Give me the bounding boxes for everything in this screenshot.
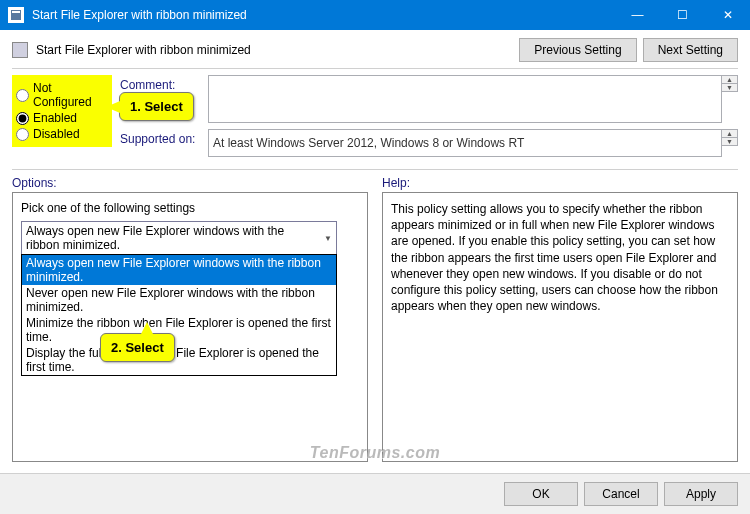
- comment-input[interactable]: [208, 75, 722, 123]
- options-dropdown: Always open new File Explorer windows wi…: [21, 254, 337, 376]
- radio-enabled-input[interactable]: [16, 112, 29, 125]
- help-text: This policy setting allows you to specif…: [391, 201, 729, 314]
- divider-2: [12, 169, 738, 170]
- radio-enabled[interactable]: Enabled: [16, 111, 108, 125]
- supported-value: At least Windows Server 2012, Windows 8 …: [208, 129, 722, 157]
- callout-1: 1. Select: [119, 92, 194, 121]
- radio-disabled[interactable]: Disabled: [16, 127, 108, 141]
- svg-rect-1: [12, 11, 20, 13]
- dropdown-item[interactable]: Display the full ribbon when File Explor…: [22, 345, 336, 375]
- minimize-button[interactable]: —: [615, 0, 660, 30]
- radio-not-configured[interactable]: Not Configured: [16, 81, 108, 109]
- close-button[interactable]: ✕: [705, 0, 750, 30]
- cancel-button[interactable]: Cancel: [584, 482, 658, 506]
- policy-icon: [12, 42, 28, 58]
- divider: [12, 68, 738, 69]
- supported-scroll[interactable]: ▲▼: [722, 129, 738, 146]
- chevron-down-icon: ▼: [321, 223, 335, 253]
- comment-scroll[interactable]: ▲▼: [722, 75, 738, 92]
- next-setting-button[interactable]: Next Setting: [643, 38, 738, 62]
- supported-label: Supported on:: [120, 129, 208, 146]
- policy-icon-small: [8, 7, 24, 23]
- ok-button[interactable]: OK: [504, 482, 578, 506]
- help-panel: This policy setting allows you to specif…: [382, 192, 738, 462]
- apply-button[interactable]: Apply: [664, 482, 738, 506]
- policy-title: Start File Explorer with ribbon minimize…: [36, 43, 251, 57]
- footer: OK Cancel Apply: [0, 473, 750, 514]
- dropdown-item[interactable]: Never open new File Explorer windows wit…: [22, 285, 336, 315]
- options-label: Options:: [12, 176, 368, 190]
- options-select[interactable]: Always open new File Explorer windows wi…: [21, 221, 337, 255]
- titlebar: Start File Explorer with ribbon minimize…: [0, 0, 750, 30]
- radio-disabled-input[interactable]: [16, 128, 29, 141]
- radio-not-configured-input[interactable]: [16, 89, 29, 102]
- options-panel: Pick one of the following settings Alway…: [12, 192, 368, 462]
- comment-label: Comment:: [120, 75, 208, 92]
- dropdown-item[interactable]: Minimize the ribbon when File Explorer i…: [22, 315, 336, 345]
- previous-setting-button[interactable]: Previous Setting: [519, 38, 636, 62]
- help-label: Help:: [382, 176, 738, 190]
- callout-2: 2. Select: [100, 333, 175, 362]
- maximize-button[interactable]: ☐: [660, 0, 705, 30]
- dropdown-item[interactable]: Always open new File Explorer windows wi…: [22, 255, 336, 285]
- window-title: Start File Explorer with ribbon minimize…: [32, 8, 615, 22]
- options-prompt: Pick one of the following settings: [21, 201, 359, 215]
- radio-group: Not Configured Enabled Disabled: [12, 75, 112, 147]
